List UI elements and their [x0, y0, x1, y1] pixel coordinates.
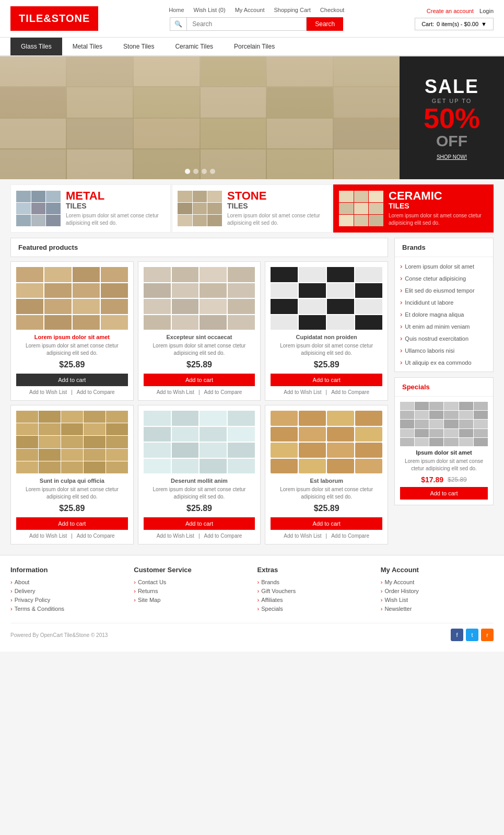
- product-5-add-cart[interactable]: Add to cart: [144, 517, 255, 530]
- product-2-links: Add to Wish List | Add to Compare: [144, 389, 255, 395]
- product-card-6: Est laborum Lorem ipsum dolor sit amet c…: [265, 405, 388, 544]
- tile-cat-ceramic-desc: Lorem ipsum dolor sit amet conse ctetur …: [389, 212, 488, 227]
- product-4-desc: Lorem ipsum dolor sit amet conse ctetur …: [16, 486, 128, 501]
- login-link[interactable]: Login: [479, 8, 494, 14]
- footer-brands[interactable]: ›Brands: [257, 579, 370, 585]
- footer-wish-list[interactable]: ›Wish List: [381, 597, 494, 603]
- product-1-add-cart[interactable]: Add to cart: [16, 374, 128, 386]
- search-input[interactable]: [186, 17, 307, 31]
- footer-contact[interactable]: ›Contact Us: [134, 579, 247, 585]
- cart-value: 0 item(s) - $0.00: [437, 21, 478, 27]
- brand-item-5[interactable]: ›Et dolore magna aliqua: [400, 308, 488, 320]
- dot-4[interactable]: [210, 169, 215, 174]
- footer-about[interactable]: ›About: [10, 579, 123, 585]
- nav-myaccount[interactable]: My Account: [235, 7, 265, 13]
- nav-wishlist[interactable]: Wish List (0): [194, 7, 226, 13]
- tile-cat-ceramic[interactable]: CERAMIC TILES Lorem ipsum dolor sit amet…: [333, 184, 494, 233]
- footer-affiliates[interactable]: ›Affiliates: [257, 597, 370, 603]
- footer-order-history[interactable]: ›Order History: [381, 588, 494, 594]
- nav-checkout[interactable]: Checkout: [320, 7, 344, 13]
- sale-percent: 50%: [424, 104, 480, 132]
- product-6-desc: Lorem ipsum dolor sit amet conse ctetur …: [271, 486, 382, 501]
- chevron-down-icon: ▼: [481, 21, 487, 27]
- twitter-icon[interactable]: t: [466, 629, 478, 641]
- brand-item-7[interactable]: ›Quis nostrud exercitation: [400, 332, 488, 344]
- product-6-img: [271, 411, 382, 473]
- footer-copy: Powered By OpenCart Tile&Stone © 2013: [10, 632, 108, 638]
- tab-glass-tiles[interactable]: Glass Tiles: [10, 38, 62, 55]
- product-2-desc: Lorem ipsum dolor sit amet conse ctetur …: [144, 342, 255, 357]
- facebook-icon[interactable]: f: [451, 629, 463, 641]
- footer-my-account: My Account ›My Account ›Order History ›W…: [381, 566, 494, 614]
- banner-dots: [185, 169, 215, 174]
- sale-off: OFF: [436, 132, 467, 150]
- create-account-link[interactable]: Create an account: [427, 8, 474, 14]
- product-5-wishlist[interactable]: Add to Wish List: [157, 533, 194, 539]
- dot-1[interactable]: [185, 169, 190, 174]
- tab-ceramic-tiles[interactable]: Ceramic Tiles: [165, 38, 224, 55]
- rss-icon[interactable]: r: [481, 629, 494, 641]
- product-5-img: [144, 411, 255, 473]
- search-button[interactable]: Search: [307, 17, 343, 31]
- brand-item-3[interactable]: ›Elit sed do eiusmod tempor: [400, 284, 488, 296]
- brand-item-4[interactable]: ›Incididunt ut labore: [400, 296, 488, 308]
- product-2-add-cart[interactable]: Add to cart: [144, 374, 255, 386]
- nav-cart[interactable]: Shopping Cart: [274, 7, 311, 13]
- product-6-wishlist[interactable]: Add to Wish List: [284, 533, 321, 539]
- tile-cat-metal[interactable]: METAL TILES Lorem ipsum dolor sit amet c…: [10, 184, 171, 233]
- product-1-desc: Lorem ipsum dolor sit amet conse ctetur …: [16, 342, 128, 357]
- social-icons: f t r: [451, 629, 494, 641]
- footer-returns[interactable]: ›Returns: [134, 588, 247, 594]
- footer-newsletter[interactable]: ›Newsletter: [381, 606, 494, 612]
- shop-now-link[interactable]: SHOP NOW!: [437, 154, 467, 160]
- product-6-add-cart[interactable]: Add to cart: [271, 517, 382, 530]
- nav-home[interactable]: Home: [169, 7, 184, 13]
- product-3-wishlist[interactable]: Add to Wish List: [284, 389, 321, 395]
- product-3-compare[interactable]: Add to Compare: [331, 389, 369, 395]
- product-4-wishlist[interactable]: Add to Wish List: [29, 533, 67, 539]
- tab-metal-tiles[interactable]: Metal Tiles: [62, 38, 113, 55]
- footer-delivery[interactable]: ›Delivery: [10, 588, 123, 594]
- logo[interactable]: TILE&STONE: [10, 6, 98, 31]
- brand-item-6[interactable]: ›Ut enim ad minim veniam: [400, 320, 488, 332]
- sale-label: SALE: [425, 76, 479, 98]
- product-4-name: Sunt in culpa qui officia: [16, 478, 128, 484]
- product-1-wishlist[interactable]: Add to Wish List: [29, 389, 67, 395]
- product-6-compare[interactable]: Add to Compare: [331, 533, 369, 539]
- tile-cat-metal-img: [16, 191, 61, 226]
- product-6-name: Est laborum: [271, 478, 382, 484]
- footer-gift-vouchers[interactable]: ›Gift Vouchers: [257, 588, 370, 594]
- tab-stone-tiles[interactable]: Stone Tiles: [113, 38, 165, 55]
- footer-information: Information ›About ›Delivery ›Privacy Po…: [10, 566, 123, 614]
- product-3-add-cart[interactable]: Add to cart: [271, 374, 382, 386]
- banner-section: SALE GET UP TO 50% OFF SHOP NOW!: [0, 56, 504, 179]
- brand-item-8[interactable]: ›Ullamco laboris nisi: [400, 344, 488, 356]
- product-2-compare[interactable]: Add to Compare: [204, 389, 242, 395]
- special-add-cart[interactable]: Add to cart: [400, 487, 488, 500]
- footer-sitemap[interactable]: ›Site Map: [134, 597, 247, 603]
- product-3-img: [271, 267, 382, 330]
- product-2-wishlist[interactable]: Add to Wish List: [157, 389, 194, 395]
- product-4-compare[interactable]: Add to Compare: [77, 533, 115, 539]
- cart-dropdown[interactable]: Cart: 0 item(s) - $0.00 ▼: [415, 18, 494, 30]
- tab-porcelain-tiles[interactable]: Porcelain Tiles: [224, 38, 285, 55]
- product-3-price: $25.89: [271, 360, 382, 369]
- product-5-compare[interactable]: Add to Compare: [204, 533, 242, 539]
- product-1-compare[interactable]: Add to Compare: [77, 389, 115, 395]
- footer-bottom: Powered By OpenCart Tile&Stone © 2013 f …: [10, 623, 494, 641]
- dot-2[interactable]: [193, 169, 198, 174]
- product-4-add-cart[interactable]: Add to cart: [16, 517, 128, 530]
- tile-cat-stone[interactable]: STONE TILES Lorem ipsum dolor sit amet c…: [172, 184, 332, 233]
- footer-terms[interactable]: ›Terms & Conditions: [10, 606, 123, 612]
- product-card-5: Deserunt mollit anim Lorem ipsum dolor s…: [138, 405, 261, 544]
- footer-specials[interactable]: ›Specials: [257, 606, 370, 612]
- search-icon: 🔍: [170, 17, 186, 31]
- special-name: Ipsum dolor sit amet: [400, 449, 488, 456]
- brand-item-9[interactable]: ›Ut aliquip ex ea commodo: [400, 356, 488, 368]
- footer-extras-title: Extras: [257, 566, 370, 574]
- brand-item-1[interactable]: ›Lorem ipsum dolor sit amet: [400, 260, 488, 272]
- brand-item-2[interactable]: ›Conse ctetur adipisicing: [400, 272, 488, 284]
- footer-my-account-link[interactable]: ›My Account: [381, 579, 494, 585]
- footer-privacy[interactable]: ›Privacy Policy: [10, 597, 123, 603]
- dot-3[interactable]: [202, 169, 207, 174]
